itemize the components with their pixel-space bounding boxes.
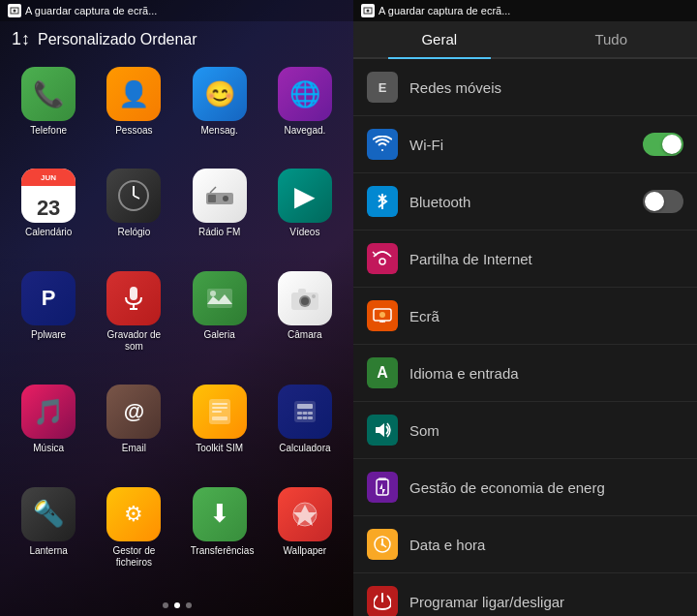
tab-tudo[interactable]: Tudo — [526, 21, 698, 57]
app-item-mensagens[interactable]: 😊 Mensag. — [179, 61, 260, 159]
settings-item-wifi[interactable]: Wi-Fi — [353, 116, 697, 173]
toggle-knob-bluetooth — [645, 192, 664, 211]
settings-icon-gestao — [367, 472, 398, 503]
svg-point-43 — [379, 312, 385, 318]
settings-label-idioma: Idioma e entrada — [409, 365, 683, 382]
app-item-videos[interactable]: ▶ Vídeos — [264, 163, 346, 261]
status-bar-left: A guardar captura de ecrã... — [0, 0, 353, 21]
app-item-telefone[interactable]: 📞 Telefone — [8, 61, 89, 159]
svg-rect-32 — [308, 416, 313, 419]
left-panel: A guardar captura de ecrã... 1↕ Personal… — [0, 0, 353, 616]
settings-icon-bluetooth — [367, 186, 398, 217]
app-item-pplware[interactable]: P Pplware — [8, 265, 89, 375]
settings-item-som[interactable]: Som — [353, 402, 697, 459]
app-icon-gestor: ⚙ — [106, 487, 161, 541]
app-icon-mensagens: 😊 — [193, 67, 247, 121]
settings-icon-idioma: A — [367, 357, 398, 388]
app-label-navegador: Navegad. — [284, 125, 325, 137]
svg-point-50 — [381, 543, 384, 546]
page-dots — [0, 595, 353, 616]
settings-item-programar[interactable]: Programar ligar/desligar — [353, 573, 697, 616]
app-label-relogio: Relógio — [117, 227, 150, 238]
app-icon-galeria — [193, 271, 247, 325]
app-item-relogio[interactable]: Relógio — [93, 163, 174, 261]
app-label-calculadora: Calculadora — [279, 443, 330, 454]
settings-icon-data — [367, 529, 398, 560]
app-item-pessoas[interactable]: 👤 Pessoas — [93, 61, 174, 159]
svg-line-8 — [210, 187, 216, 193]
app-icon-pplware: P — [21, 271, 76, 325]
app-label-toolkit: Toolkit SIM — [196, 443, 243, 454]
svg-rect-29 — [308, 412, 313, 415]
settings-label-programar: Programar ligar/desligar — [409, 594, 683, 610]
status-text-right: A guardar captura de ecrã... — [379, 5, 510, 16]
app-item-toolkit[interactable]: Toolkit SIM — [179, 379, 260, 477]
app-item-wallpaper[interactable]: Wallpaper — [264, 481, 346, 591]
svg-rect-6 — [208, 195, 216, 202]
settings-item-bluetooth[interactable]: Bluetooth — [353, 173, 697, 231]
toggle-wifi[interactable] — [643, 133, 683, 156]
page-dot-1 — [163, 602, 168, 608]
app-icon-wallpaper — [278, 487, 332, 541]
settings-item-ecra[interactable]: Ecrã — [353, 288, 697, 345]
settings-label-gestao: Gestão de economia de energ — [409, 479, 683, 496]
settings-label-som: Som — [409, 422, 683, 439]
app-grid: 📞 Telefone 👤 Pessoas 😊 Mensag. 🌐 Navegad… — [0, 57, 353, 595]
right-panel: A guardar captura de ecrã... Geral Tudo … — [353, 0, 697, 616]
app-item-navegador[interactable]: 🌐 Navegad. — [264, 61, 346, 159]
svg-rect-22 — [212, 407, 227, 409]
settings-label-wifi: Wi-Fi — [409, 137, 643, 153]
app-label-email: Email — [122, 443, 146, 454]
settings-icon-ecra — [367, 300, 398, 331]
svg-point-36 — [367, 10, 370, 13]
settings-icon-som — [367, 415, 398, 446]
settings-label-partilha: Partilha de Internet — [409, 251, 683, 267]
app-label-calendario: Calendário — [25, 227, 72, 238]
app-label-musica: Música — [33, 443, 64, 454]
svg-rect-26 — [297, 404, 313, 409]
settings-icon-programar — [367, 586, 398, 616]
app-item-camera[interactable]: Câmara — [264, 265, 346, 375]
app-icon-telefone: 📞 — [21, 67, 76, 121]
app-item-transferencias[interactable]: ⬇ Transferências — [179, 481, 260, 591]
settings-icon-redes: E — [367, 72, 398, 103]
app-item-musica[interactable]: 🎵 Música — [8, 379, 89, 477]
svg-rect-18 — [298, 289, 306, 293]
svg-point-14 — [210, 291, 216, 296]
app-icon-musica: 🎵 — [21, 385, 76, 439]
screenshot-icon-left — [8, 4, 21, 17]
settings-item-data[interactable]: Data e hora — [353, 516, 697, 573]
app-label-camera: Câmara — [288, 329, 322, 341]
settings-label-bluetooth: Bluetooth — [409, 194, 643, 210]
app-icon-radio — [193, 169, 247, 223]
app-icon-gravador — [106, 271, 161, 325]
svg-point-1 — [14, 10, 16, 13]
settings-item-partilha[interactable]: Partilha de Internet — [353, 231, 697, 288]
settings-item-idioma[interactable]: A Idioma e entrada — [353, 345, 697, 402]
svg-rect-21 — [212, 403, 227, 405]
app-label-mensagens: Mensag. — [200, 125, 237, 137]
svg-rect-30 — [297, 416, 302, 419]
app-icon-toolkit — [193, 385, 247, 439]
app-label-pessoas: Pessoas — [115, 125, 152, 137]
app-label-transferencias: Transferências — [191, 545, 249, 557]
settings-item-redes[interactable]: E Redes móveis — [353, 59, 697, 116]
settings-label-redes: Redes móveis — [409, 79, 683, 96]
app-item-gestor[interactable]: ⚙ Gestor de ficheiros — [93, 481, 174, 591]
settings-item-gestao[interactable]: Gestão de economia de energ — [353, 459, 697, 516]
app-item-gravador[interactable]: Gravador de som — [93, 265, 174, 375]
toggle-bluetooth[interactable] — [643, 190, 683, 213]
app-item-lanterna[interactable]: 🔦 Lanterna — [8, 481, 89, 591]
app-item-calculadora[interactable]: Calculadora — [264, 379, 346, 477]
app-label-telefone: Telefone — [30, 125, 67, 137]
app-item-radio[interactable]: Rádio FM — [179, 163, 260, 261]
app-item-galeria[interactable]: Galeria — [179, 265, 260, 375]
app-item-email[interactable]: @ Email — [93, 379, 174, 477]
settings-icon-wifi — [367, 129, 398, 160]
app-icon-calculadora — [278, 385, 332, 439]
tab-geral[interactable]: Geral — [353, 21, 526, 57]
status-text-left: A guardar captura de ecrã... — [25, 5, 157, 16]
sort-bar: 1↕ Personalizado Ordenar — [0, 21, 353, 57]
svg-rect-46 — [379, 477, 386, 480]
app-item-calendario[interactable]: JUN 23 Calendário — [8, 163, 89, 261]
